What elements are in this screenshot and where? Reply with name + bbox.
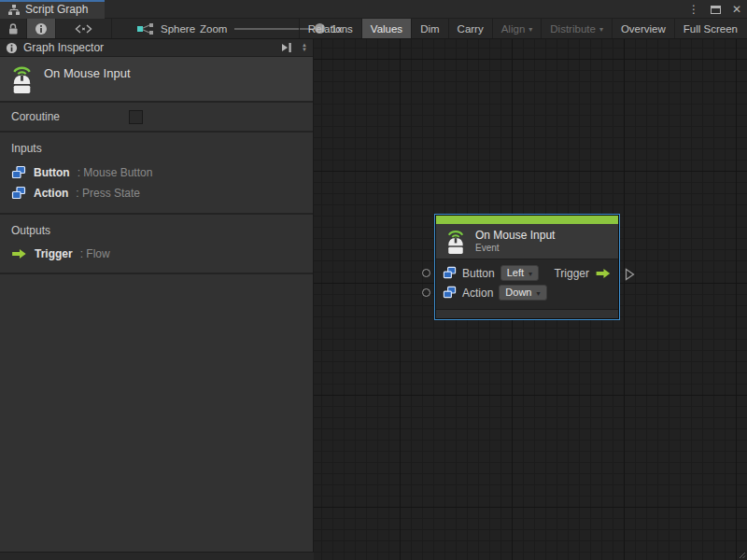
inspector-unit-title: On Mouse Input [44,66,131,80]
outputs-heading: Outputs [0,220,313,245]
node-footer [436,309,618,318]
button-value-dropdown[interactable]: Left ▾ [500,265,539,281]
inspector-toggle-button[interactable] [26,19,56,38]
button-value: Left [507,267,524,278]
value-port-icon [443,286,457,300]
graph-owner-label: Sphere [161,23,195,35]
node-button-row: Button Left ▾ Trigger [436,263,618,283]
zoom-label: Zoom [200,23,227,35]
code-view-button[interactable] [56,19,112,38]
node-button-label: Button [462,267,495,280]
chevron-down-icon: ▾ [536,289,540,298]
coroutine-label: Coroutine [11,110,60,123]
relations-label: Relations [308,23,353,35]
node-header[interactable]: On Mouse Input Event [436,224,618,259]
dock-panel-icon[interactable] [281,42,292,53]
tab-script-graph[interactable]: Script Graph [0,0,105,19]
mouse-input-icon [444,228,467,255]
inputs-heading: Inputs [0,138,313,162]
panel-scroll-spinner[interactable]: ▲ ▼ [302,43,307,52]
align-label: Align [501,23,526,35]
carry-button[interactable]: Carry [448,19,492,38]
input-type: : Press State [76,187,140,200]
distribute-button: Distribute ▾ [541,19,612,38]
output-row-trigger: Trigger : Flow [0,245,313,263]
output-type: : Flow [80,247,110,260]
distribute-label: Distribute [550,23,596,35]
outputs-section: Outputs Trigger : Flow [0,215,313,274]
graph-inspector-panel: Graph Inspector ▲ ▼ On Mouse Input Corou… [0,39,314,552]
dim-button[interactable]: Dim [411,19,447,38]
value-port-icon [443,266,457,280]
input-row-button: Button : Mouse Button [0,162,313,183]
action-input-port[interactable] [422,288,430,297]
on-mouse-input-node[interactable]: On Mouse Input Event Button Left ▾ Trigg… [435,215,619,319]
dim-label: Dim [420,23,439,35]
title-bar: Script Graph ⋮ ✕ [0,0,747,19]
button-input-port[interactable] [422,269,430,277]
fullscreen-label: Full Screen [684,23,738,35]
node-event-accent-bar [436,216,618,224]
node-trigger-label: Trigger [554,267,589,280]
overview-label: Overview [621,23,666,35]
toolbar-right-group: Relations Values Dim Carry Align ▾ Distr… [299,19,746,38]
chevron-down-icon: ▾ [529,25,532,34]
values-label: Values [371,23,402,35]
graph-inspector-title: Graph Inspector [23,41,104,54]
chevron-down-icon: ▾ [529,270,532,278]
node-action-row: Action Down ▾ [436,283,618,302]
script-graph-icon [7,4,21,16]
input-row-action: Action : Press State [0,183,313,203]
graph-toolbar: Sphere Zoom 1x Relations Values Dim Carr… [0,19,747,39]
node-title: On Mouse Input [475,230,555,242]
node-body: Button Left ▾ Trigger Action Down ▾ [436,259,618,309]
info-icon [6,42,18,54]
graph-inspector-header: Graph Inspector ▲ ▼ [0,39,313,57]
node-titles: On Mouse Input Event [475,230,555,254]
coroutine-row: Coroutine [0,103,313,133]
input-name: Button [34,166,70,179]
info-icon [35,22,48,35]
node-subtitle: Event [475,242,555,254]
maximize-icon[interactable] [711,6,721,14]
lock-icon [7,22,19,35]
value-port-icon [11,165,26,180]
close-icon[interactable]: ✕ [732,4,741,15]
graph-asset-icon [136,22,155,35]
resize-grip[interactable] [737,550,746,559]
graph-owner-button[interactable]: Sphere [129,19,203,38]
toolbar-left-group: Sphere [0,19,203,38]
lock-button[interactable] [0,19,26,38]
output-name: Trigger [35,247,73,260]
value-port-icon [11,186,26,201]
node-action-label: Action [462,287,493,300]
relations-button[interactable]: Relations [299,19,361,38]
carry-label: Carry [458,23,484,35]
values-button[interactable]: Values [361,19,411,38]
panel-bottom-strip [0,552,314,560]
overview-button[interactable]: Overview [612,19,674,38]
window-controls: ⋮ ✕ [688,0,741,19]
inspector-unit-header: On Mouse Input [0,57,313,103]
spinner-down-icon[interactable]: ▼ [302,48,307,52]
action-value: Down [505,287,531,298]
mouse-input-icon [9,63,35,94]
action-value-dropdown[interactable]: Down ▾ [499,285,546,301]
coroutine-checkbox[interactable] [129,110,143,124]
fullscreen-button[interactable]: Full Screen [674,19,746,38]
tab-label: Script Graph [25,3,88,16]
flow-arrow-icon [595,268,612,279]
align-button: Align ▾ [492,19,542,38]
inputs-section: Inputs Button : Mouse Button Action : Pr… [0,133,313,215]
input-name: Action [34,187,68,200]
input-type: : Mouse Button [78,166,153,179]
flow-arrow-icon [11,248,27,259]
code-icon [75,24,92,34]
window-menu-icon[interactable]: ⋮ [688,4,699,15]
trigger-output-port[interactable] [625,268,635,281]
chevron-down-icon: ▾ [599,25,603,34]
